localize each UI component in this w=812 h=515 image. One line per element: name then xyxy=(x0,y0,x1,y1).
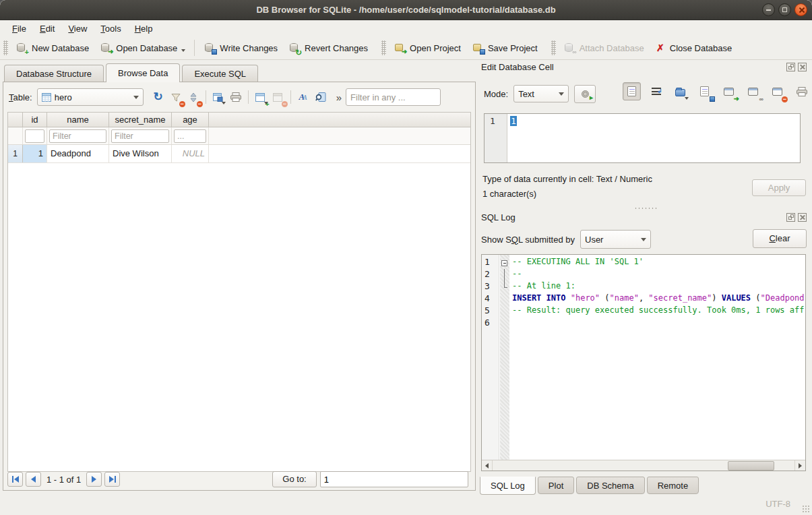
sql-log-dock-titlebar[interactable]: SQL Log xyxy=(481,211,807,223)
close-database-button[interactable]: ✗ Close Database xyxy=(650,39,738,57)
dock-tab-remote[interactable]: Remote xyxy=(647,477,699,494)
close-button[interactable] xyxy=(794,3,807,16)
sql-log-line: 1-- EXECUTING ALL IN 'SQL 1' xyxy=(482,257,805,269)
menu-view[interactable]: View xyxy=(61,22,94,36)
menu-file[interactable]: File xyxy=(5,22,33,36)
previous-record-button[interactable] xyxy=(26,472,41,487)
tab-database-structure[interactable]: Database Structure xyxy=(4,65,104,82)
write-changes-button[interactable]: Write Changes xyxy=(198,39,283,57)
new-database-button[interactable]: + New Database xyxy=(10,39,94,57)
resize-grip[interactable] xyxy=(802,505,810,513)
column-header-name[interactable]: name xyxy=(47,113,109,127)
next-record-button[interactable] xyxy=(86,472,102,487)
scroll-left-button[interactable] xyxy=(482,460,493,471)
revert-changes-button[interactable]: ↻ Revert Changes xyxy=(283,39,373,57)
log-horizontal-scrollbar[interactable] xyxy=(482,460,805,471)
minimize-button[interactable] xyxy=(762,3,775,16)
copy-link-button[interactable]: ∞ xyxy=(744,82,762,100)
titlebar[interactable]: DB Browser for SQLite - /home/user/code/… xyxy=(0,0,812,20)
sql-log-editor[interactable]: 1-- EXECUTING ALL IN 'SQL 1'2--3-- At li… xyxy=(481,254,806,471)
table-toolbar-separator-2 xyxy=(248,90,249,104)
filter-input-id[interactable] xyxy=(25,129,44,143)
last-record-button[interactable] xyxy=(104,472,120,487)
insert-record-button[interactable]: + xyxy=(253,89,269,105)
row-number[interactable]: 1 xyxy=(8,145,23,162)
float-dock-button[interactable] xyxy=(786,63,795,71)
close-dock-button[interactable] xyxy=(798,63,807,71)
cell-editor-content[interactable]: 1 xyxy=(510,116,517,126)
cell-name[interactable]: Deadpond xyxy=(47,145,109,162)
goto-button[interactable]: Go to: xyxy=(272,471,316,487)
main-tabs: Database Structure Browse Data Execute S… xyxy=(4,63,260,82)
dock-tab-db-schema[interactable]: DB Schema xyxy=(576,477,644,494)
cell-editor[interactable]: 1 1 xyxy=(484,113,801,163)
disk-badge-icon xyxy=(710,96,715,102)
cell-secret-name[interactable]: Dive Wilson xyxy=(109,145,172,162)
menu-edit[interactable]: Edit xyxy=(33,22,61,36)
maximize-button[interactable] xyxy=(778,3,791,16)
text-document-icon xyxy=(627,86,636,96)
table-icon xyxy=(42,93,51,102)
print-button[interactable] xyxy=(228,89,244,105)
tab-execute-sql[interactable]: Execute SQL xyxy=(182,65,258,82)
first-record-button[interactable] xyxy=(7,472,23,487)
encoding-indicator[interactable]: UTF-8 xyxy=(766,499,790,509)
column-header-secret-name[interactable]: secret_name xyxy=(109,113,172,127)
print-cell-button[interactable] xyxy=(792,82,811,100)
tab-browse-data[interactable]: Browse Data xyxy=(106,63,180,82)
toolbar-drag-handle-3[interactable] xyxy=(551,40,556,55)
column-header-age[interactable]: age xyxy=(172,113,209,127)
clear-sorting-button[interactable]: − xyxy=(185,89,201,105)
clear-filter-minus-icon: − xyxy=(179,101,185,107)
mode-select[interactable]: Text xyxy=(513,85,569,102)
import-data-button[interactable] xyxy=(671,82,689,100)
toolbar-drag-handle[interactable] xyxy=(3,40,8,55)
column-header-id[interactable]: id xyxy=(23,113,47,127)
set-null-button[interactable]: − xyxy=(768,82,786,100)
cell-age[interactable]: NULL xyxy=(172,145,209,162)
dock-tab-sql-log[interactable]: SQL Log xyxy=(480,477,536,495)
save-results-dropdown-icon[interactable] xyxy=(222,102,226,104)
find-in-table-button[interactable] xyxy=(313,89,329,105)
table-select[interactable]: hero xyxy=(37,88,144,106)
goto-input[interactable] xyxy=(320,471,468,487)
open-project-button[interactable]: ➜ Open Project xyxy=(388,39,466,57)
toolbar-drag-handle-2[interactable] xyxy=(381,40,386,55)
filter-input-secret-name[interactable] xyxy=(111,129,169,143)
edit-cell-dock-titlebar[interactable]: Edit Database Cell xyxy=(481,61,807,73)
text-mode-button[interactable] xyxy=(623,82,641,100)
scroll-right-button[interactable] xyxy=(794,460,805,471)
cell-id[interactable]: 1 xyxy=(23,145,47,162)
scrollbar-thumb[interactable] xyxy=(728,461,775,471)
export-data-button[interactable] xyxy=(695,82,714,100)
open-database-dropdown-icon[interactable] xyxy=(181,49,185,52)
filter-input-name[interactable] xyxy=(49,129,106,143)
import-dropdown-icon[interactable] xyxy=(685,97,689,100)
auto-detect-format-button[interactable]: ▸ xyxy=(574,85,596,103)
null-field-icon xyxy=(772,88,782,96)
insert-record-dropdown-icon[interactable] xyxy=(264,102,268,104)
clear-log-button[interactable]: Clear xyxy=(753,229,807,248)
refresh-button[interactable]: ↻ xyxy=(150,89,166,105)
word-wrap-button[interactable]: ↲ xyxy=(647,82,665,100)
filter-any-column-input[interactable] xyxy=(346,88,441,106)
corner-header[interactable] xyxy=(8,113,23,127)
filter-input-age[interactable] xyxy=(174,129,206,143)
save-results-button[interactable] xyxy=(210,89,226,105)
menu-tools[interactable]: Tools xyxy=(94,22,127,36)
dock-tab-plot[interactable]: Plot xyxy=(538,477,574,494)
open-database-button[interactable]: ➜ Open Database xyxy=(94,39,191,57)
sql-source-select[interactable]: User xyxy=(580,230,651,249)
open-in-external-button[interactable]: ➜ xyxy=(720,82,738,100)
dock-splitter[interactable] xyxy=(478,202,812,207)
close-dock-button-2[interactable] xyxy=(798,213,807,222)
clear-filters-button[interactable]: − xyxy=(168,89,184,105)
menu-help[interactable]: Help xyxy=(128,22,160,36)
scroll-left-icon xyxy=(485,463,489,468)
save-project-button[interactable]: Save Project xyxy=(466,39,543,57)
new-database-label: New Database xyxy=(32,43,89,53)
toolbar-overflow-chevron[interactable]: » xyxy=(336,92,342,103)
float-dock-button-2[interactable] xyxy=(786,213,795,222)
fold-marker-icon[interactable] xyxy=(501,260,507,266)
edit-display-format-button[interactable]: AA xyxy=(295,89,311,105)
